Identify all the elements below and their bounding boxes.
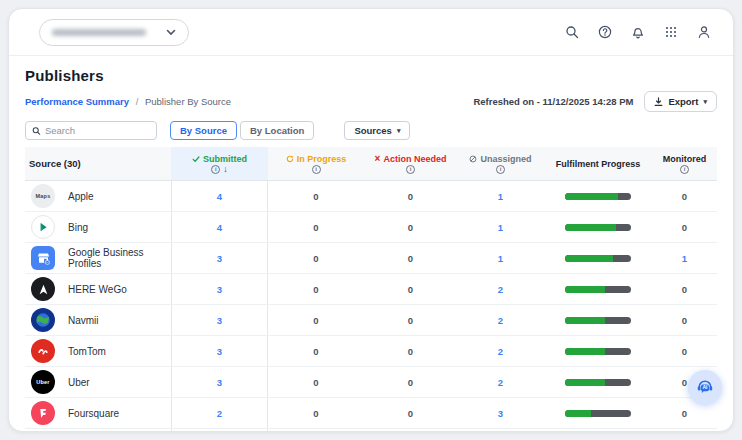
unassigned-count[interactable]: 2 <box>498 346 503 357</box>
col-header-source[interactable]: Source (30) <box>25 147 171 180</box>
unassigned-count[interactable]: 1 <box>498 253 503 264</box>
info-icon[interactable]: i <box>211 165 220 174</box>
table-row: Bing 4 0 0 1 0 <box>25 212 717 243</box>
submitted-count[interactable]: 2 <box>217 408 222 419</box>
table-header: Source (30) Submitted i ↓ <box>25 147 717 181</box>
action-needed-count: 0 <box>408 191 413 202</box>
submitted-count[interactable]: 4 <box>217 191 222 202</box>
apps-grid-icon[interactable] <box>664 25 678 39</box>
info-icon[interactable]: i <box>312 165 321 174</box>
unassigned-count[interactable]: 1 <box>498 222 503 233</box>
tomtom-logo <box>31 339 55 363</box>
in-progress-count: 0 <box>313 346 318 357</box>
action-needed-count: 0 <box>408 253 413 264</box>
fulfilment-progress-bar <box>565 317 631 324</box>
col-header-in-progress[interactable]: In Progress i <box>268 147 364 180</box>
unassigned-count[interactable]: 2 <box>498 315 503 326</box>
action-needed-count: 0 <box>408 284 413 295</box>
table-row: Maps Apple 4 0 0 1 0 <box>25 181 717 212</box>
action-needed-count: 0 <box>408 346 413 357</box>
in-progress-count: 0 <box>313 315 318 326</box>
info-icon[interactable]: i <box>496 165 505 174</box>
sources-dropdown[interactable]: Sources ▾ <box>344 121 410 140</box>
submitted-count[interactable]: 3 <box>217 377 222 388</box>
uber-logo: Uber <box>31 370 55 394</box>
in-progress-count: 0 <box>313 284 318 295</box>
unassigned-count[interactable]: 3 <box>498 408 503 419</box>
col-header-unassigned[interactable]: Unassigned i <box>457 147 544 180</box>
search-icon[interactable] <box>565 25 579 39</box>
info-icon[interactable]: i <box>680 165 689 174</box>
fulfilment-progress-bar <box>565 224 631 231</box>
monitored-count: 0 <box>682 408 687 419</box>
ai-assistant-button[interactable]: AI <box>688 370 722 404</box>
help-icon[interactable] <box>598 25 612 39</box>
page-title: Publishers <box>25 67 717 84</box>
monitored-count[interactable]: 1 <box>682 253 687 264</box>
refreshed-timestamp: Refreshed on - 11/12/2025 14:28 PM <box>473 96 633 107</box>
table-row: HERE WeGo 3 0 0 2 0 <box>25 274 717 305</box>
unassigned-count[interactable]: 2 <box>498 284 503 295</box>
location-selector[interactable] <box>39 19 189 46</box>
google-business-profiles-logo <box>31 246 55 270</box>
in-progress-count: 0 <box>313 222 318 233</box>
submitted-count[interactable]: 3 <box>217 346 222 357</box>
unassigned-count[interactable]: 1 <box>498 191 503 202</box>
search-icon <box>32 126 41 136</box>
fulfilment-progress-bar <box>565 255 631 262</box>
submitted-count[interactable]: 4 <box>217 222 222 233</box>
breadcrumb-current: Publisher By Source <box>145 96 231 107</box>
notifications-icon[interactable] <box>631 25 645 39</box>
submitted-count[interactable]: 3 <box>217 253 222 264</box>
here-wego-logo <box>31 277 55 301</box>
in-progress-count: 0 <box>313 377 318 388</box>
profile-icon[interactable] <box>697 25 711 39</box>
breadcrumb-performance-summary[interactable]: Performance Summary <box>25 96 129 107</box>
chevron-down-icon: ▾ <box>703 98 707 106</box>
fulfilment-progress-bar <box>565 348 631 355</box>
download-icon <box>654 97 663 107</box>
source-name: Uber <box>68 377 90 388</box>
submitted-count[interactable]: 3 <box>217 284 222 295</box>
view-toggle: By Source By Location <box>170 121 314 140</box>
fulfilment-progress-bar <box>565 410 631 417</box>
in-progress-count: 0 <box>313 253 318 264</box>
source-name: Navmii <box>68 315 99 326</box>
action-needed-count: 0 <box>408 222 413 233</box>
table-row: TomTom 3 0 0 2 0 <box>25 336 717 367</box>
apple-maps-logo: Maps <box>31 184 55 208</box>
source-name: Foursquare <box>68 408 119 419</box>
table-row: Uber Uber 3 0 0 2 0 <box>25 367 717 398</box>
search-input[interactable] <box>45 125 150 136</box>
bing-logo <box>31 215 55 239</box>
info-icon[interactable]: i <box>406 165 415 174</box>
col-header-fulfilment-progress: Fulfilment Progress <box>544 147 652 180</box>
svg-text:AI: AI <box>703 384 709 390</box>
chevron-down-icon <box>166 29 176 36</box>
monitored-count: 0 <box>682 191 687 202</box>
fulfilment-progress-bar <box>565 286 631 293</box>
x-icon: × <box>375 154 381 163</box>
submitted-count[interactable]: 3 <box>217 315 222 326</box>
tab-by-location[interactable]: By Location <box>240 121 314 140</box>
col-header-action-needed[interactable]: × Action Needed i <box>364 147 457 180</box>
monitored-count: 0 <box>682 377 687 388</box>
check-icon <box>192 155 200 163</box>
col-header-submitted[interactable]: Submitted i ↓ <box>171 147 268 180</box>
export-button[interactable]: Export ▾ <box>644 91 717 112</box>
unassigned-count[interactable]: 2 <box>498 377 503 388</box>
sort-desc-icon[interactable]: ↓ <box>223 165 228 174</box>
app-window: Publishers Performance Summary / Publish… <box>8 8 734 432</box>
fulfilment-progress-bar <box>565 193 631 200</box>
monitored-count: 0 <box>682 284 687 295</box>
export-label: Export <box>668 96 698 107</box>
tab-by-source[interactable]: By Source <box>170 121 237 140</box>
col-header-monitored[interactable]: Monitored i <box>652 147 717 180</box>
table-body: Maps Apple 4 0 0 1 0 Bing 4 0 0 1 0 Goog… <box>25 181 717 432</box>
action-needed-count: 0 <box>408 315 413 326</box>
top-bar <box>9 9 733 56</box>
slash-circle-icon <box>469 155 477 163</box>
search-box[interactable] <box>25 121 157 140</box>
table-row: Foursquare 2 0 0 3 0 <box>25 398 717 429</box>
breadcrumb-separator: / <box>136 96 139 107</box>
